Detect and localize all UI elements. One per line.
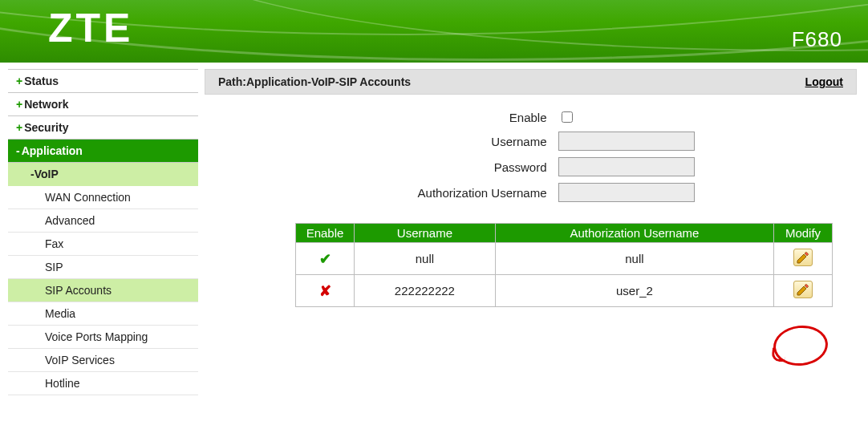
sidebar-item-status[interactable]: +Status (8, 69, 198, 93)
brand-logo: ZTE (48, 5, 133, 51)
sidebar-sub2-sip[interactable]: SIP (8, 256, 198, 279)
cell-auth-username: user_2 (495, 275, 773, 307)
sidebar-sub-voip[interactable]: -VoIP (8, 163, 198, 186)
sidebar-sub2-voice-ports-mapping[interactable]: Voice Ports Mapping (8, 326, 198, 349)
cell-enable: ✔ (296, 243, 355, 275)
logout-link[interactable]: Logout (805, 70, 843, 94)
col-modify: Modify (774, 224, 833, 243)
col-authorization-username: Authorization Username (495, 224, 773, 243)
sip-accounts-table: EnableUsernameAuthorization UsernameModi… (295, 223, 833, 307)
sidebar-sub2-sip-accounts[interactable]: SIP Accounts (8, 279, 198, 302)
sip-account-form: Enable Username Password Authorization U… (306, 109, 756, 202)
password-input[interactable] (558, 157, 695, 176)
col-enable: Enable (296, 224, 355, 243)
sidebar-sub2-advanced[interactable]: Advanced (8, 209, 198, 233)
breadcrumb-path: Path:Application-VoIP-SIP Accounts (218, 70, 411, 94)
sidebar-sub2-media[interactable]: Media (8, 302, 198, 326)
cell-modify (774, 243, 833, 275)
device-model: F680 (792, 27, 842, 52)
sidebar-item-application[interactable]: -Application (8, 140, 198, 163)
x-icon: ✘ (319, 284, 331, 298)
col-username: Username (355, 224, 496, 243)
check-icon: ✔ (319, 252, 331, 266)
table-row: ✔nullnull (296, 243, 833, 275)
breadcrumb: Path:Application-VoIP-SIP Accounts Logou… (205, 69, 857, 95)
auth-username-input[interactable] (558, 183, 695, 202)
main-panel: Path:Application-VoIP-SIP Accounts Logou… (205, 63, 868, 421)
cell-modify (774, 275, 833, 307)
cell-auth-username: null (495, 243, 773, 275)
auth-username-label: Authorization Username (306, 186, 558, 200)
username-label: Username (306, 135, 558, 148)
brand-bar: ZTE F680 (0, 0, 868, 63)
sidebar-sub2-voip-services[interactable]: VoIP Services (8, 349, 198, 372)
cell-enable: ✘ (296, 275, 355, 307)
sidebar-sub2-wan-connection[interactable]: WAN Connection (8, 186, 198, 209)
sidebar-sub2-hotline[interactable]: Hotline (8, 372, 198, 395)
enable-checkbox[interactable] (562, 111, 573, 123)
cell-username: null (355, 243, 496, 275)
sidebar-sub2-fax[interactable]: Fax (8, 233, 198, 256)
enable-label: Enable (306, 111, 558, 124)
sidebar-item-security[interactable]: +Security (8, 116, 198, 140)
sidebar-item-network[interactable]: +Network (8, 93, 198, 116)
cell-username: 222222222 (355, 275, 496, 307)
edit-button[interactable] (793, 281, 813, 298)
sidebar: +Status+Network+Security-Application-VoI… (0, 63, 205, 421)
edit-button[interactable] (793, 249, 813, 266)
username-input[interactable] (558, 132, 695, 151)
password-label: Password (306, 160, 558, 174)
table-row: ✘222222222user_2 (296, 275, 833, 307)
